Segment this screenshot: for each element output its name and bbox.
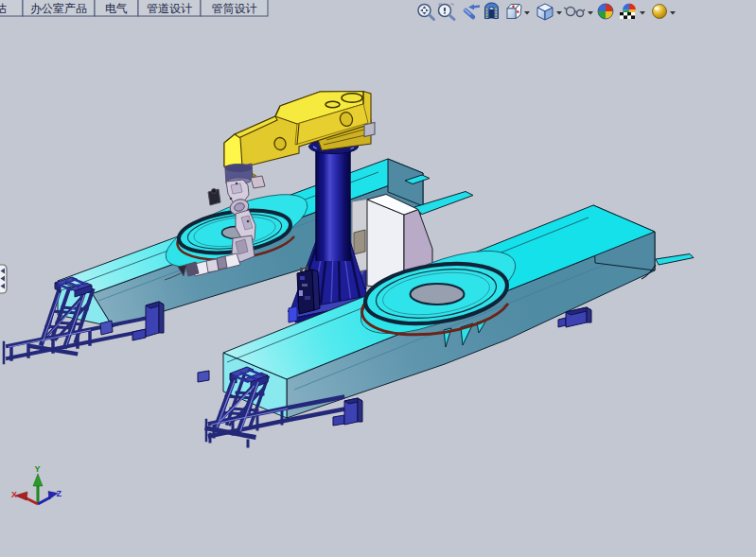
svg-text:管筒设计: 管筒设计 [212, 2, 257, 15]
svg-text:管道设计: 管道设计 [147, 2, 192, 15]
svg-text:Z: Z [57, 489, 62, 498]
svg-text:评估: 评估 [0, 2, 7, 15]
svg-text:办公室产品: 办公室产品 [30, 2, 87, 15]
svg-text:X: X [11, 490, 17, 499]
svg-text:电气: 电气 [105, 2, 128, 15]
svg-text:Y: Y [35, 464, 41, 474]
